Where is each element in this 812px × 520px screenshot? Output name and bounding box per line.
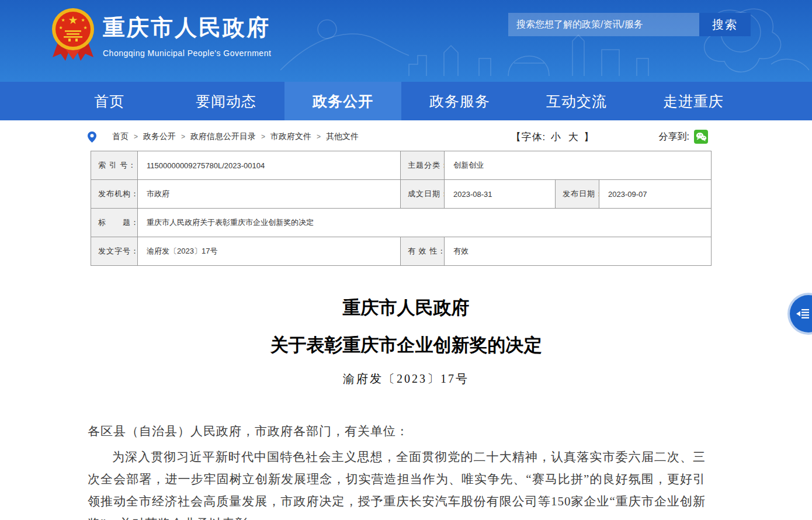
document-number: 渝府发〔2023〕17号	[0, 371, 812, 386]
font-size-widget: 【字体: 小 大 】	[511, 130, 595, 144]
breadcrumb-separator: >	[317, 133, 321, 141]
svg-text:★: ★	[68, 14, 78, 26]
body-paragraph: 为深入贯彻习近平新时代中国特色社会主义思想，全面贯彻党的二十大精神，认真落实市委…	[88, 446, 706, 520]
meta-row-title: 标 题： 重庆市人民政府关于表彰重庆市企业创新奖的决定	[91, 209, 712, 237]
national-emblem-icon: ★ ★ ★ ★ ★	[51, 6, 95, 62]
nav-item-gov-info[interactable]: 政务公开	[284, 82, 401, 120]
nav-item-home[interactable]: 首页	[51, 82, 168, 120]
breadcrumb-item-other-docs[interactable]: 其他文件	[326, 131, 359, 142]
meta-agency-value: 市政府	[138, 180, 401, 209]
nav-item-services[interactable]: 政务服务	[401, 82, 518, 120]
meta-validity-label: 有 效 性：	[401, 237, 445, 266]
site-title-block: 重庆市人民政府 Chongqing Municipal People's Gov…	[103, 13, 271, 58]
site-header: ★ ★ ★ ★ ★ 重庆市人民政府 Chongqing Municipal Pe…	[0, 0, 812, 82]
site-title[interactable]: 重庆市人民政府	[103, 13, 271, 43]
meta-doc-number-value: 渝府发〔2023〕17号	[138, 237, 401, 266]
font-widget-suffix: 】	[584, 131, 595, 143]
meta-doc-number-label: 发文字号：	[91, 237, 138, 266]
breadcrumb-item-home[interactable]: 首页	[112, 131, 129, 142]
breadcrumb-item-catalog[interactable]: 政府信息公开目录	[190, 131, 256, 142]
font-small-button[interactable]: 小	[551, 131, 561, 143]
salutation-paragraph: 各区县（自治县）人民政府，市政府各部门，有关单位：	[88, 420, 706, 442]
svg-text:★: ★	[61, 18, 65, 23]
wechat-share-icon[interactable]	[694, 130, 708, 144]
meta-index-value: 11500000009275780L/2023-00104	[138, 151, 401, 180]
meta-topic-value: 创新创业	[445, 151, 712, 180]
panel-list-icon	[796, 308, 809, 319]
search-button[interactable]: 搜索	[699, 13, 751, 36]
nav-item-news[interactable]: 要闻动态	[168, 82, 284, 120]
location-pin-icon	[88, 131, 96, 143]
meta-agency-label: 发布机构：	[91, 180, 138, 209]
breadcrumb-separator: >	[181, 133, 185, 141]
meta-row-number-validity: 发文字号： 渝府发〔2023〕17号 有 效 性： 有效	[91, 237, 712, 266]
meta-topic-label: 主题分类：	[401, 151, 445, 180]
document-meta-table: 索 引 号： 11500000009275780L/2023-00104 主题分…	[91, 151, 712, 266]
svg-text:★: ★	[58, 25, 63, 30]
meta-written-date-value: 2023-08-31	[445, 180, 556, 209]
meta-publish-date-label: 发布日期：	[556, 180, 599, 209]
breadcrumb-separator: >	[261, 133, 265, 141]
breadcrumb-item-city-docs[interactable]: 市政府文件	[270, 131, 311, 142]
national-emblem-logo[interactable]: ★ ★ ★ ★ ★	[51, 6, 95, 62]
font-widget-prefix: 【字体:	[511, 131, 546, 143]
search-box: 搜索	[508, 13, 751, 36]
meta-index-label: 索 引 号：	[91, 151, 138, 180]
main-nav-inner: 首页 要闻动态 政务公开 政务服务 互动交流 走进重庆	[51, 82, 812, 120]
nav-item-interaction[interactable]: 互动交流	[518, 82, 635, 120]
search-input[interactable]	[508, 13, 699, 36]
document-title-line1: 重庆市人民政府	[0, 296, 812, 320]
meta-title-value: 重庆市人民政府关于表彰重庆市企业创新奖的决定	[138, 209, 712, 237]
meta-publish-date-value: 2023-09-07	[599, 180, 712, 209]
breadcrumb-separator: >	[134, 133, 138, 141]
breadcrumb: 首页 > 政务公开 > 政府信息公开目录 > 市政府文件 > 其他文件 【字体:…	[88, 127, 708, 146]
svg-text:★: ★	[83, 25, 87, 30]
breadcrumb-right-tools: 【字体: 小 大 】 分享到:	[511, 130, 708, 144]
meta-title-label: 标 题：	[91, 209, 138, 237]
meta-written-date-label: 成文日期：	[401, 180, 445, 209]
share-label: 分享到:	[659, 131, 689, 143]
breadcrumb-item-gov-info[interactable]: 政务公开	[143, 131, 176, 142]
main-nav: 首页 要闻动态 政务公开 政务服务 互动交流 走进重庆	[0, 82, 812, 120]
meta-row-index-topic: 索 引 号： 11500000009275780L/2023-00104 主题分…	[91, 151, 712, 180]
nav-item-about[interactable]: 走进重庆	[635, 82, 752, 120]
meta-validity-value: 有效	[445, 237, 712, 266]
document-title-line2: 关于表彰重庆市企业创新奖的决定	[0, 334, 812, 357]
svg-text:★: ★	[81, 18, 85, 23]
document-body: 重庆市人民政府 关于表彰重庆市企业创新奖的决定 渝府发〔2023〕17号 各区县…	[0, 266, 812, 520]
site-subtitle: Chongqing Municipal People's Government	[103, 48, 271, 58]
meta-row-agency-dates: 发布机构： 市政府 成文日期： 2023-08-31 发布日期： 2023-09…	[91, 180, 712, 209]
font-large-button[interactable]: 大	[568, 131, 579, 143]
